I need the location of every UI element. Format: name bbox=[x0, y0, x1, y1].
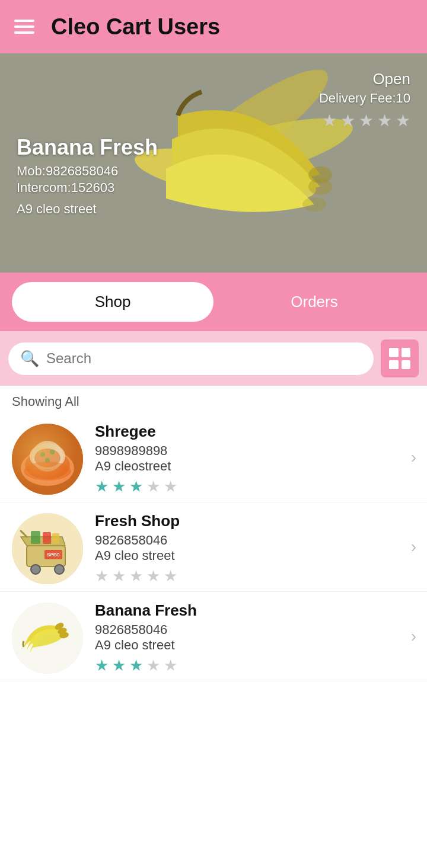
banner-rating-stars: ★ ★ ★ ★ ★ bbox=[319, 111, 410, 130]
banner-star-3: ★ bbox=[359, 111, 374, 130]
banner-shop-name: Banana Fresh bbox=[17, 135, 410, 160]
shop-address: A9 cleo street bbox=[95, 548, 415, 563]
svg-point-11 bbox=[32, 441, 63, 472]
svg-point-8 bbox=[21, 450, 74, 486]
chevron-right-icon: › bbox=[411, 627, 416, 646]
list-item[interactable]: SPEC Fresh Shop 9826858046 A9 cleo stree… bbox=[0, 502, 427, 592]
svg-text:SPEC: SPEC bbox=[47, 552, 60, 558]
chevron-right-icon: › bbox=[411, 537, 416, 556]
shop-star-1: ★ bbox=[95, 567, 109, 585]
shop-address: A9 cleostreet bbox=[95, 459, 415, 474]
search-input[interactable] bbox=[46, 350, 362, 367]
banner-star-1: ★ bbox=[322, 111, 337, 130]
shop-star-4: ★ bbox=[146, 478, 160, 496]
shop-thumbnail-freshshop: SPEC bbox=[12, 513, 83, 584]
svg-point-9 bbox=[25, 451, 70, 479]
app-title: Cleo Cart Users bbox=[51, 14, 220, 40]
shop-name: Banana Fresh bbox=[95, 601, 415, 620]
banner-star-2: ★ bbox=[340, 111, 355, 130]
list-item[interactable]: Banana Fresh 9826858046 A9 cleo street ★… bbox=[0, 592, 427, 681]
shop-name: Shregee bbox=[95, 422, 415, 441]
shop-star-1: ★ bbox=[95, 478, 109, 496]
shop-name: Fresh Shop bbox=[95, 512, 415, 530]
shop-phone: 9826858046 bbox=[95, 533, 415, 548]
banner-delivery-fee: Delivery Fee:10 bbox=[319, 91, 410, 106]
grid-view-button[interactable] bbox=[381, 339, 419, 377]
shop-star-2: ★ bbox=[112, 478, 126, 496]
grid-icon bbox=[389, 348, 410, 369]
banner-mob: Mob:9826858046 bbox=[17, 164, 410, 179]
banner-right-info: Open Delivery Fee:10 ★ ★ ★ ★ ★ bbox=[319, 70, 410, 130]
search-field-container: 🔍 bbox=[8, 342, 374, 375]
svg-point-13 bbox=[40, 452, 45, 457]
svg-rect-23 bbox=[52, 533, 59, 544]
shop-thumbnail-bananafresh bbox=[12, 603, 83, 674]
shop-star-2: ★ bbox=[112, 656, 126, 675]
banner-intercom: Intercom:152603 bbox=[17, 180, 410, 196]
shop-star-4: ★ bbox=[146, 656, 160, 675]
shop-rating-stars: ★ ★ ★ ★ ★ bbox=[95, 478, 415, 496]
shop-star-3: ★ bbox=[129, 656, 143, 675]
tab-orders[interactable]: Orders bbox=[214, 282, 415, 322]
shop-star-3: ★ bbox=[129, 567, 143, 585]
svg-point-16 bbox=[24, 462, 71, 481]
tab-shop[interactable]: Shop bbox=[12, 282, 214, 322]
featured-shop-banner[interactable]: Banana Fresh Mob:9826858046 Intercom:152… bbox=[0, 53, 427, 273]
svg-point-20 bbox=[55, 565, 64, 574]
shop-phone: 9898989898 bbox=[95, 443, 415, 459]
svg-rect-21 bbox=[31, 531, 40, 544]
svg-rect-22 bbox=[43, 532, 51, 544]
shop-star-2: ★ bbox=[112, 567, 126, 585]
chevron-right-icon: › bbox=[411, 448, 416, 467]
banner-address: A9 cleo street bbox=[17, 201, 410, 217]
shop-star-5: ★ bbox=[164, 656, 177, 675]
menu-button[interactable] bbox=[14, 20, 34, 34]
shop-rating-stars: ★ ★ ★ ★ ★ bbox=[95, 567, 415, 585]
svg-point-14 bbox=[50, 450, 55, 454]
shop-star-4: ★ bbox=[146, 567, 160, 585]
svg-point-12 bbox=[34, 449, 60, 467]
banner-star-5: ★ bbox=[396, 111, 410, 130]
tab-bar: Shop Orders bbox=[0, 273, 427, 331]
banner-star-4: ★ bbox=[377, 111, 392, 130]
showing-label: Showing All bbox=[0, 386, 427, 413]
shop-rating-stars: ★ ★ ★ ★ ★ bbox=[95, 656, 415, 675]
shop-star-5: ★ bbox=[164, 567, 177, 585]
svg-point-19 bbox=[31, 565, 40, 574]
shop-info-shregee: Shregee 9898989898 A9 cleostreet ★ ★ ★ ★… bbox=[95, 422, 415, 496]
svg-point-10 bbox=[30, 443, 65, 469]
search-icon: 🔍 bbox=[20, 350, 39, 368]
list-item[interactable]: Shregee 9898989898 A9 cleostreet ★ ★ ★ ★… bbox=[0, 413, 427, 502]
svg-rect-7 bbox=[12, 424, 83, 495]
app-header: Cleo Cart Users bbox=[0, 0, 427, 53]
shop-address: A9 cleo street bbox=[95, 638, 415, 653]
banner-status: Open bbox=[319, 70, 410, 88]
search-bar-container: 🔍 bbox=[0, 331, 427, 386]
shop-list: Shregee 9898989898 A9 cleostreet ★ ★ ★ ★… bbox=[0, 413, 427, 681]
svg-point-15 bbox=[45, 458, 50, 463]
shop-phone: 9826858046 bbox=[95, 622, 415, 638]
shop-info-bananafresh: Banana Fresh 9826858046 A9 cleo street ★… bbox=[95, 601, 415, 675]
shop-thumbnail-shregee bbox=[12, 424, 83, 495]
shop-info-freshshop: Fresh Shop 9826858046 A9 cleo street ★ ★… bbox=[95, 512, 415, 585]
shop-star-3: ★ bbox=[129, 478, 143, 496]
shop-star-5: ★ bbox=[164, 478, 177, 496]
shop-star-1: ★ bbox=[95, 656, 109, 675]
